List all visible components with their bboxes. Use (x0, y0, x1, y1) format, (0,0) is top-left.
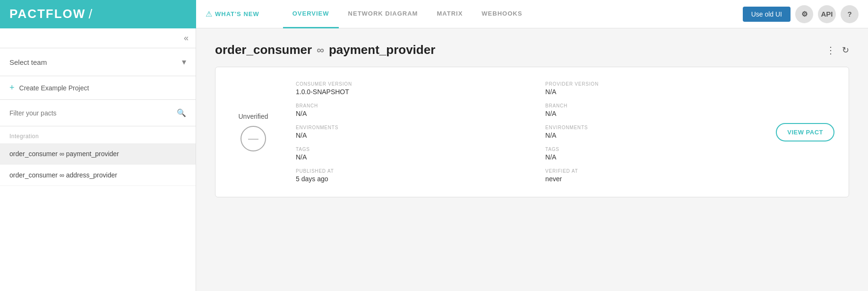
whats-new-label[interactable]: WHAT'S NEW (215, 10, 259, 18)
provider-version: PROVIDER VERSION N/A (545, 81, 757, 96)
consumer-tags: TAGS N/A (296, 147, 507, 161)
refresh-button[interactable]: ↻ (842, 45, 849, 55)
status-label: Unverified (238, 113, 268, 120)
pact-card: Unverified — CONSUMER VERSION 1.0.0-SNAP… (215, 67, 849, 197)
header-actions: ⋮ ↻ (826, 44, 849, 56)
gear-icon: ⚙ (801, 10, 808, 18)
provider-tags-label: TAGS (545, 147, 757, 152)
link-icon: ∞ (317, 44, 324, 56)
provider-version-value: N/A (545, 88, 757, 96)
help-button[interactable]: ? (841, 5, 859, 23)
published-at-label: PUBLISHED AT (296, 168, 507, 174)
view-pact-button[interactable]: VIEW PACT (776, 123, 834, 141)
alert-icon: ⚠ (206, 9, 212, 18)
consumer-environments-value: N/A (296, 132, 507, 139)
status-circle: — (241, 126, 266, 151)
provider-name: payment_provider (329, 43, 435, 57)
nav-actions: Use old UI ⚙ API ? (733, 5, 868, 23)
integration-item-address-provider[interactable]: order_consumer ∞ address_provider (0, 165, 196, 186)
consumer-version: CONSUMER VERSION 1.0.0-SNAPSHOT (296, 81, 507, 96)
sidebar-header: « (0, 28, 196, 48)
main-content: order_consumer ∞ payment_provider ⋮ ↻ Un… (196, 28, 868, 291)
provider-environments-value: N/A (545, 132, 757, 139)
question-icon: ? (847, 10, 851, 18)
sidebar: « Select team ▾ + Create Example Project… (0, 28, 196, 291)
verified-at-value: never (545, 175, 757, 183)
whats-new-area[interactable]: ⚠ WHAT'S NEW (196, 9, 269, 18)
tab-network-diagram[interactable]: NETWORK DIAGRAM (339, 0, 428, 28)
plus-icon: + (9, 83, 15, 93)
create-example-label: Create Example Project (19, 84, 89, 92)
provider-branch-label: BRANCH (545, 103, 757, 108)
page-header: order_consumer ∞ payment_provider ⋮ ↻ (215, 43, 849, 57)
use-old-ui-button[interactable]: Use old UI (743, 7, 791, 22)
chevron-down-icon: ▾ (182, 57, 186, 67)
details-grid: CONSUMER VERSION 1.0.0-SNAPSHOT PROVIDER… (296, 81, 757, 183)
integration-item-payment-provider[interactable]: order_consumer ∞ payment_provider (0, 143, 196, 165)
tab-overview[interactable]: OVERVIEW (283, 0, 339, 28)
provider-environments: ENVIRONMENTS N/A (545, 125, 757, 139)
select-team-row[interactable]: Select team ▾ (0, 48, 196, 76)
search-icon[interactable]: 🔍 (177, 108, 186, 117)
logo-squiggle: / (88, 7, 92, 22)
consumer-name: order_consumer (215, 43, 312, 57)
page-title: order_consumer ∞ payment_provider (215, 43, 435, 57)
logo-area: PACTFLOW / (0, 0, 196, 28)
top-nav: PACTFLOW / ⚠ WHAT'S NEW OVERVIEW NETWORK… (0, 0, 868, 28)
api-button[interactable]: API (818, 5, 836, 23)
more-actions-button[interactable]: ⋮ (826, 44, 835, 56)
provider-branch-value: N/A (545, 110, 757, 117)
verified-at-label: VERIFIED AT (545, 168, 757, 174)
published-at-value: 5 days ago (296, 175, 507, 183)
consumer-version-value: 1.0.0-SNAPSHOT (296, 88, 507, 96)
settings-button[interactable]: ⚙ (795, 5, 813, 23)
status-section: Unverified — (230, 113, 277, 151)
provider-verified-at: VERIFIED AT never (545, 168, 757, 183)
select-team-label: Select team (9, 58, 47, 66)
filter-row: 🔍 (0, 100, 196, 126)
tab-webhooks[interactable]: WEBHOOKS (472, 0, 532, 28)
provider-branch: BRANCH N/A (545, 103, 757, 117)
consumer-environments: ENVIRONMENTS N/A (296, 125, 507, 139)
consumer-tags-label: TAGS (296, 147, 507, 152)
logo-text: PACTFLOW (9, 7, 86, 21)
create-example-project-button[interactable]: + Create Example Project (0, 76, 196, 100)
provider-tags-value: N/A (545, 153, 757, 161)
filter-pacts-input[interactable] (9, 109, 177, 117)
tab-matrix[interactable]: MATRIX (427, 0, 472, 28)
consumer-branch: BRANCH N/A (296, 103, 507, 117)
consumer-tags-value: N/A (296, 153, 507, 161)
consumer-branch-label: BRANCH (296, 103, 507, 108)
nav-tabs-area: OVERVIEW NETWORK DIAGRAM MATRIX WEBHOOKS (269, 0, 733, 28)
consumer-environments-label: ENVIRONMENTS (296, 125, 507, 130)
provider-version-label: PROVIDER VERSION (545, 81, 757, 87)
main-layout: « Select team ▾ + Create Example Project… (0, 28, 868, 291)
consumer-published-at: PUBLISHED AT 5 days ago (296, 168, 507, 183)
collapse-sidebar-button[interactable]: « (184, 33, 189, 43)
status-minus-icon: — (248, 133, 258, 144)
provider-environments-label: ENVIRONMENTS (545, 125, 757, 130)
integration-section-label: Integration (0, 126, 196, 143)
provider-tags: TAGS N/A (545, 147, 757, 161)
consumer-version-label: CONSUMER VERSION (296, 81, 507, 87)
consumer-branch-value: N/A (296, 110, 507, 117)
